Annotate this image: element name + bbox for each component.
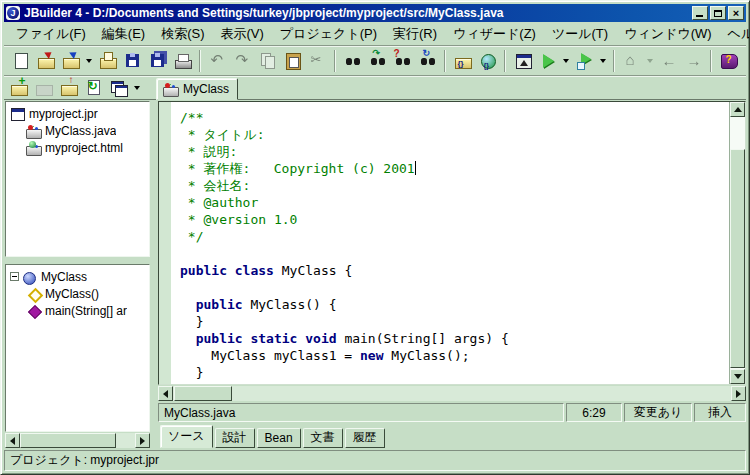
scroll-up-button[interactable] (730, 102, 745, 117)
scroll-right-button[interactable] (731, 386, 746, 401)
browse-classes-icon (453, 51, 473, 70)
structure-hscrollbar[interactable] (5, 433, 150, 448)
pane-splitter-vertical[interactable] (150, 100, 158, 448)
scrollbar-thumb[interactable] (174, 386, 232, 401)
menu-item-p[interactable]: プロジェクト(P) (272, 22, 385, 46)
menu-item-h[interactable]: ヘルプ(H) (720, 22, 750, 46)
tab-item[interactable]: 文書 (303, 428, 343, 448)
close-button[interactable]: × (728, 6, 744, 20)
java-file-icon (26, 124, 42, 138)
debug-dropdown-button[interactable] (597, 49, 609, 73)
code-line: public class MyClass { (180, 262, 729, 279)
cut-button (305, 49, 330, 73)
print-button[interactable] (170, 49, 195, 73)
open-project-icon (36, 51, 56, 70)
collapse-toggle-icon[interactable] (10, 272, 19, 281)
remove-files-button[interactable] (56, 75, 81, 99)
menu-item-s[interactable]: 検索(S) (153, 22, 212, 46)
project-tree-item-myproject-html[interactable]: myproject.html (6, 139, 149, 156)
run-dropdown-button[interactable] (560, 49, 572, 73)
editor-hscrollbar[interactable] (158, 386, 746, 401)
add-files-button[interactable] (6, 75, 31, 99)
scroll-right-button[interactable] (135, 433, 150, 448)
project-pane[interactable]: myproject.jprMyClass.javamyproject.html (5, 101, 150, 257)
refresh-button[interactable] (81, 75, 106, 99)
save-all-button[interactable] (145, 49, 170, 73)
menu-item-f[interactable]: ファイル(F) (8, 22, 94, 46)
open-project-button[interactable] (33, 49, 58, 73)
project-tree-item-myclass-java[interactable]: MyClass.java (6, 122, 149, 139)
browse-classes-button[interactable] (450, 49, 475, 73)
find-button[interactable] (340, 49, 365, 73)
jbuilder-window: J JBuilder 4 - D:/Documents and Settings… (0, 0, 750, 475)
maximize-button[interactable] (710, 6, 726, 20)
structure-pane[interactable]: MyClassMyClass()main(String[] ar (5, 264, 150, 432)
project-toolbar (4, 75, 156, 99)
structure-tree-item-myclass[interactable]: MyClass (6, 268, 149, 285)
menu-item-e[interactable]: 編集(E) (94, 22, 153, 46)
incremental-search-button[interactable] (390, 49, 415, 73)
ui-designer-button[interactable] (510, 49, 535, 73)
structure-tree-item-myclass[interactable]: MyClass() (6, 285, 149, 302)
constructor-icon (26, 287, 42, 301)
forward-button (681, 49, 706, 73)
project-tree-item-myproject-jpr[interactable]: myproject.jpr (6, 105, 149, 122)
pane-splitter-horizontal[interactable] (5, 257, 150, 264)
reopen-project-button[interactable] (58, 49, 83, 73)
project-view-dropdown-button[interactable] (131, 75, 143, 99)
project-file-icon (10, 107, 26, 121)
new-file-button[interactable] (8, 49, 33, 73)
menu-item-w[interactable]: ウィンドウ(W) (616, 22, 719, 46)
menu-item-v[interactable]: 表示(V) (213, 22, 272, 46)
home-dropdown-button (644, 49, 656, 73)
code-line: * 会社名: (180, 177, 729, 194)
debug-button[interactable] (572, 49, 597, 73)
close-icon: × (733, 8, 739, 19)
code-line: } (180, 364, 729, 381)
code-editor[interactable]: /** * タイトル: * 説明: * 著作権: Copyright (c) 2… (158, 101, 746, 385)
title-bar[interactable]: J JBuilder 4 - D:/Documents and Settings… (4, 4, 746, 22)
scrollbar-thumb[interactable] (730, 149, 745, 368)
arrow-left-icon (6, 437, 15, 445)
main-toolbar (4, 46, 746, 76)
save-file-button[interactable] (120, 49, 145, 73)
code-area[interactable]: /** * タイトル: * 説明: * 著作権: Copyright (c) 2… (171, 102, 729, 384)
reopen-project-dropdown-button[interactable] (83, 49, 95, 73)
replace-button[interactable] (365, 49, 390, 73)
editor-vscrollbar[interactable] (729, 102, 745, 384)
scrollbar-thumb[interactable] (20, 433, 116, 448)
minimize-button[interactable] (692, 6, 708, 20)
toolbar-separator (444, 50, 446, 72)
file-tab-myclass[interactable]: MyClass (156, 78, 238, 100)
status-caret-position: 6:29 (566, 403, 622, 422)
scroll-left-button[interactable] (5, 433, 20, 448)
run-button[interactable] (535, 49, 560, 73)
project-view-button[interactable] (106, 75, 131, 99)
help-icon (719, 51, 739, 70)
code-line: /** (180, 109, 729, 126)
help-button[interactable] (716, 49, 741, 73)
java-file-icon (163, 82, 179, 96)
close-project-button[interactable] (95, 49, 120, 73)
menu-item-z[interactable]: ウィザード(Z) (445, 22, 544, 46)
paste-button[interactable] (280, 49, 305, 73)
scroll-down-button[interactable] (730, 369, 745, 384)
left-column: myproject.jprMyClass.javamyproject.html … (4, 100, 150, 448)
scroll-left-button[interactable] (158, 386, 173, 401)
code-line: } (180, 313, 729, 330)
tab-item[interactable]: 履歴 (345, 428, 385, 448)
browse-url-button[interactable] (475, 49, 500, 73)
tab-item[interactable]: 設計 (215, 428, 255, 448)
window-title: JBuilder 4 - D:/Documents and Settings/t… (24, 6, 688, 20)
tab-item[interactable]: ソース (160, 425, 213, 448)
search-again-button[interactable] (415, 49, 440, 73)
status-filename: MyClass.java (158, 403, 564, 422)
tab-bean[interactable]: Bean (257, 428, 301, 448)
menu-item-r[interactable]: 実行(R) (385, 22, 445, 46)
status-modified-badge: 変更あり (624, 403, 692, 422)
save-all-icon (148, 51, 168, 70)
tree-item-label: MyClass() (45, 287, 99, 301)
menu-item-t[interactable]: ツール(T) (544, 22, 616, 46)
structure-tree-item-main-string-ar[interactable]: main(String[] ar (6, 302, 149, 319)
run-icon (538, 51, 558, 70)
